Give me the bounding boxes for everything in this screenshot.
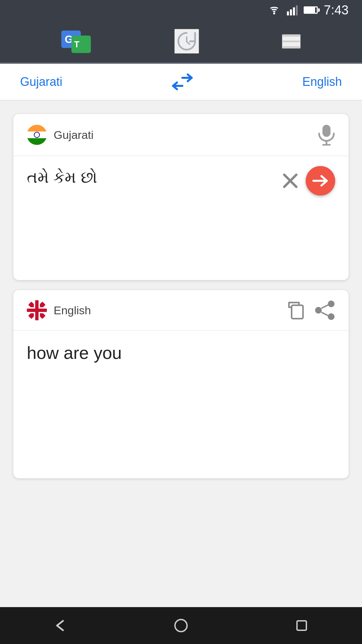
wifi-icon [267,5,281,15]
source-text: તમે કેમ છો [27,168,97,186]
target-translation-card: English [13,290,349,478]
back-icon [53,618,68,633]
svg-rect-3 [293,7,295,15]
google-translate-icon: G T [61,29,92,54]
india-flag [27,125,47,145]
svg-rect-1 [287,11,289,15]
menu-line-3 [283,46,300,48]
target-card-body: how are you [13,331,349,478]
app-logo: G T [61,29,92,54]
nav-recents-button[interactable] [294,618,309,633]
svg-rect-4 [296,5,298,15]
menu-button[interactable] [282,34,301,49]
svg-rect-16 [292,305,303,319]
translate-button[interactable] [306,166,335,196]
history-button[interactable] [174,29,199,54]
target-language-button[interactable]: English [302,71,342,92]
source-card-actions [282,166,335,196]
home-icon [174,618,188,633]
share-button[interactable] [314,301,335,320]
translated-text: how are you [27,340,122,363]
svg-line-20 [321,305,328,308]
svg-point-22 [175,620,187,632]
source-language-button[interactable]: Gujarati [20,71,62,92]
svg-line-10 [187,42,190,44]
copy-icon [287,301,304,320]
battery-icon [304,6,318,14]
source-language-label: Gujarati [27,125,94,145]
status-bar: 7:43 [0,0,362,20]
nav-home-button[interactable] [174,618,188,633]
signal-icon [287,5,298,15]
recents-icon [294,618,309,633]
svg-text:T: T [74,39,79,49]
svg-point-18 [328,313,335,320]
swap-icon [170,73,194,91]
history-icon [175,30,198,53]
source-translation-card: Gujarati તમે કેમ છો [13,114,349,280]
svg-line-21 [321,312,328,316]
uk-flag [27,300,47,320]
svg-rect-11 [322,125,330,137]
copy-button[interactable] [287,301,304,320]
svg-point-0 [273,12,275,14]
clear-button[interactable] [282,172,299,190]
target-lang-text: English [54,304,91,317]
microphone-icon [318,124,335,146]
menu-line-1 [283,35,300,37]
main-content: Gujarati તમે કેમ છો [0,101,362,492]
source-card-header: Gujarati [13,114,349,156]
svg-rect-23 [297,621,306,630]
status-icons: 7:43 [267,3,349,17]
source-card-body: તમે કેમ છો [13,156,349,280]
svg-rect-2 [290,9,292,15]
status-time: 7:43 [324,3,349,17]
share-icon [314,301,335,320]
app-header: G T [0,20,362,64]
menu-line-2 [283,41,300,42]
language-selector-bar: Gujarati English [0,64,362,101]
target-card-header: English [13,290,349,331]
navigation-bar [0,607,362,644]
target-language-label: English [27,300,91,320]
source-lang-text: Gujarati [54,128,94,142]
nav-back-button[interactable] [53,618,68,633]
translate-arrow-icon [312,173,329,188]
svg-point-19 [315,307,322,314]
swap-languages-button[interactable] [170,73,194,91]
clear-icon [282,172,299,190]
microphone-button[interactable] [318,124,335,146]
svg-point-17 [328,301,335,307]
